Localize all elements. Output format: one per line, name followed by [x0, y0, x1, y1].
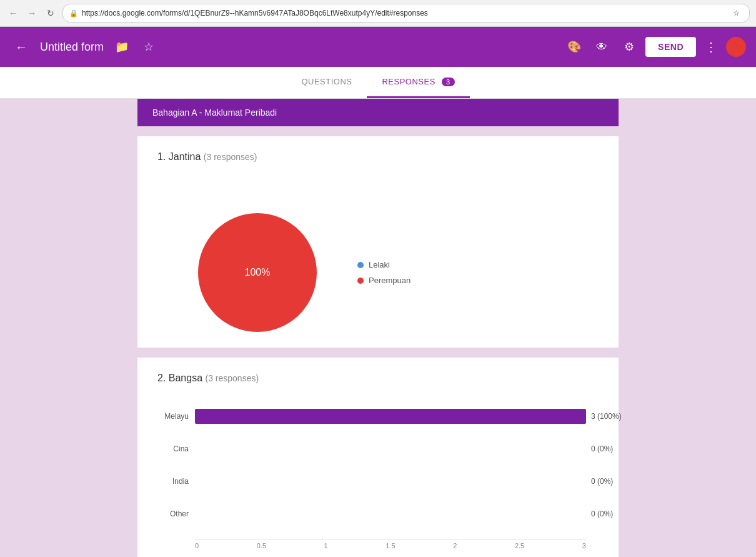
- preview-button[interactable]: 👁: [590, 36, 613, 58]
- x-label-15: 1.5: [385, 542, 395, 549]
- tab-questions[interactable]: QUESTIONS: [286, 67, 367, 98]
- eye-icon: 👁: [596, 41, 607, 54]
- address-bar[interactable]: 🔒 https://docs.google.com/forms/d/1QEBnu…: [62, 4, 750, 23]
- bar-fill-melayu: [195, 409, 586, 424]
- x-label-0: 0: [195, 542, 199, 549]
- question2-card: 2. Bangsa (3 responses) Melayu 3 (100%): [137, 358, 619, 557]
- tab-responses[interactable]: RESPONSES 3: [367, 67, 469, 98]
- x-axis: 0 0.5 1 1.5 2 2.5 3: [195, 542, 586, 549]
- legend-label-lelaki: Lelaki: [369, 260, 390, 269]
- question2-name: Bangsa: [169, 373, 202, 383]
- x-label-3: 3: [582, 542, 586, 549]
- send-button[interactable]: SEND: [645, 37, 696, 57]
- settings-button[interactable]: ⚙: [618, 36, 640, 58]
- tab-responses-label: RESPONSES: [382, 77, 435, 86]
- browser-chrome: ← → ↻ 🔒 https://docs.google.com/forms/d/…: [0, 0, 756, 27]
- bar-track-melayu: 3 (100%): [195, 409, 586, 424]
- svg-point-0: [198, 213, 317, 332]
- folder-icon[interactable]: 📁: [111, 36, 132, 58]
- lock-icon: 🔒: [69, 9, 78, 18]
- question2-responses: (3 responses): [206, 373, 259, 383]
- bar-track-other: 0 (0%): [195, 506, 586, 521]
- header-icons: 🎨 👁 ⚙ SEND ⋮: [563, 36, 746, 58]
- bar-row-melayu: Melayu 3 (100%): [195, 409, 586, 424]
- bar-label-cina: Cina: [173, 444, 189, 453]
- legend-item-lelaki: Lelaki: [357, 260, 410, 269]
- back-arrow-icon: ←: [15, 40, 27, 54]
- bar-track-cina: 0 (0%): [195, 441, 586, 456]
- app-header: ← Untitled form 📁 ☆ 🎨 👁 ⚙ SEND ⋮: [0, 27, 756, 67]
- bar-chart-container: Melayu 3 (100%) Cina 0 (0%): [195, 409, 586, 549]
- x-axis-labels: 0 0.5 1 1.5 2 2.5 3: [195, 542, 586, 549]
- bookmark-icon: ☆: [729, 6, 743, 20]
- bar-value-melayu: 3 (100%): [591, 412, 622, 421]
- reload-button[interactable]: ↻: [44, 6, 57, 20]
- gear-icon: ⚙: [624, 40, 634, 54]
- legend-item-perempuan: Perempuan: [357, 276, 410, 285]
- palette-icon: 🎨: [567, 40, 581, 54]
- bar-value-cina: 0 (0%): [591, 444, 613, 453]
- question2-title: 2. Bangsa (3 responses): [157, 373, 599, 384]
- bar-track-india: 0 (0%): [195, 474, 586, 489]
- tab-bar: QUESTIONS RESPONSES 3: [0, 67, 756, 99]
- section-header: Bahagian A - Maklumat Peribadi: [137, 99, 619, 126]
- browser-toolbar: ← → ↻ 🔒 https://docs.google.com/forms/d/…: [0, 0, 756, 26]
- x-axis-line: [195, 539, 586, 539]
- x-label-25: 2.5: [515, 542, 524, 549]
- legend-label-perempuan: Perempuan: [369, 276, 410, 285]
- question1-card: 1. Jantina (3 responses) 100%: [137, 136, 619, 348]
- x-label-1: 1: [324, 542, 328, 549]
- url-text: https://docs.google.com/forms/d/1QEBnurZ…: [82, 9, 725, 18]
- legend-dot-lelaki: [357, 262, 364, 268]
- form-title: Untitled form: [40, 41, 104, 54]
- palette-button[interactable]: 🎨: [563, 36, 585, 58]
- bar-label-other: Other: [170, 509, 189, 518]
- more-button[interactable]: ⋮: [701, 36, 721, 58]
- question2-number: 2.: [157, 373, 166, 383]
- bar-row-india: India 0 (0%): [195, 474, 586, 489]
- bar-row-cina: Cina 0 (0%): [195, 441, 586, 456]
- bar-row-other: Other 0 (0%): [195, 506, 586, 521]
- section-title: Bahagian A - Maklumat Peribadi: [152, 108, 277, 118]
- question1-number: 1.: [157, 151, 166, 162]
- section-header-card: Bahagian A - Maklumat Peribadi: [137, 99, 619, 126]
- more-icon: ⋮: [705, 40, 717, 54]
- tab-questions-label: QUESTIONS: [301, 77, 352, 86]
- bar-label-melayu: Melayu: [164, 412, 189, 421]
- responses-badge: 3: [442, 78, 455, 86]
- back-button[interactable]: ←: [6, 6, 20, 20]
- bar-chart-area: Melayu 3 (100%) Cina 0 (0%): [137, 399, 619, 557]
- question2-content: 2. Bangsa (3 responses): [137, 358, 619, 384]
- bar-value-other: 0 (0%): [591, 509, 613, 518]
- bar-value-india: 0 (0%): [591, 477, 613, 486]
- question1-responses: (3 responses): [204, 152, 257, 162]
- question1-content: 1. Jantina (3 responses): [137, 136, 619, 198]
- legend-dot-perempuan: [357, 278, 364, 284]
- pie-chart: 100%: [195, 210, 320, 335]
- main-content: Bahagian A - Maklumat Peribadi 1. Jantin…: [0, 99, 756, 557]
- star-icon[interactable]: ☆: [140, 36, 157, 58]
- x-label-2: 2: [453, 542, 457, 549]
- x-label-05: 0.5: [257, 542, 266, 549]
- bar-label-india: India: [172, 477, 189, 486]
- pie-chart-area: 100% Lelaki Perempuan: [137, 198, 619, 348]
- nav-back-button[interactable]: ←: [10, 35, 32, 59]
- pie-svg: [195, 210, 320, 335]
- avatar[interactable]: [726, 37, 746, 57]
- pie-legend: Lelaki Perempuan: [357, 260, 410, 285]
- forward-button[interactable]: →: [25, 6, 39, 20]
- question1-name: Jantina: [169, 151, 201, 162]
- question1-title: 1. Jantina (3 responses): [157, 151, 599, 163]
